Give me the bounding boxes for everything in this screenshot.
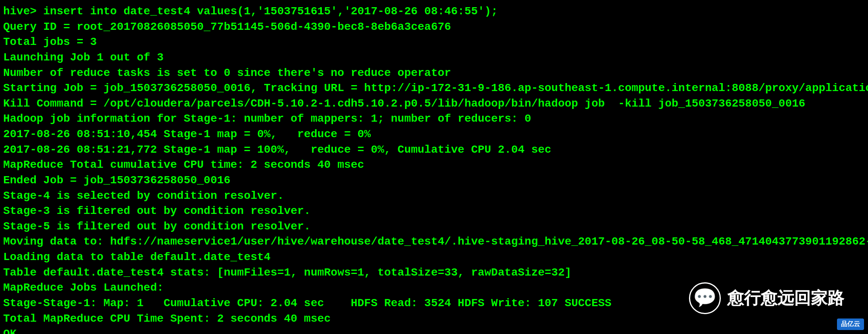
terminal-line: Kill Command = /opt/cloudera/parcels/CDH…: [3, 96, 865, 112]
terminal-line: Stage-5 is filtered out by condition res…: [3, 219, 865, 235]
terminal-line: MapReduce Total cumulative CPU time: 2 s…: [3, 157, 865, 173]
terminal-line: Launching Job 1 out of 3: [3, 50, 865, 66]
watermark-text: 愈行愈远回家路: [727, 287, 844, 309]
terminal-line: Moving data to: hdfs://nameservice1/user…: [3, 234, 865, 250]
terminal-line: Number of reduce tasks is set to 0 since…: [3, 66, 865, 81]
watermark: 💬 愈行愈远回家路: [689, 282, 844, 314]
wechat-icon: 💬: [689, 282, 721, 314]
yiyun-badge: 品亿云: [837, 318, 864, 330]
terminal-line: Stage-3 is filtered out by condition res…: [3, 204, 865, 219]
terminal-line: 2017-08-26 08:51:21,772 Stage-1 map = 10…: [3, 142, 865, 158]
terminal-line: 2017-08-26 08:51:10,454 Stage-1 map = 0%…: [3, 127, 865, 142]
terminal-line: Query ID = root_20170826085050_77b51145-…: [3, 19, 865, 35]
terminal-line: hive> insert into date_test4 values(1,'1…: [3, 4, 865, 19]
badge-text: 品亿云: [841, 320, 860, 328]
terminal-line: Stage-4 is selected by condition resolve…: [3, 188, 865, 204]
terminal-line: Loading data to table default.date_test4: [3, 250, 865, 265]
terminal-line: Table default.date_test4 stats: [numFile…: [3, 265, 865, 281]
terminal-line: Total jobs = 3: [3, 35, 865, 50]
terminal-line: Starting Job = job_1503736258050_0016, T…: [3, 81, 865, 96]
terminal-line: OK: [3, 326, 865, 334]
terminal-line: Ended Job = job_1503736258050_0016: [3, 173, 865, 188]
terminal-line: Hadoop job information for Stage-1: numb…: [3, 111, 865, 127]
